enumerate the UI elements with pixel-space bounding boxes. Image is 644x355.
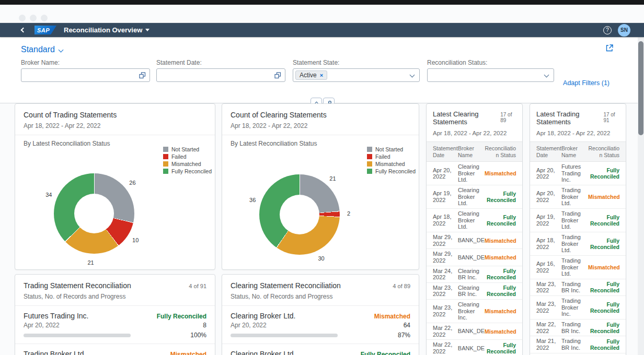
chart-dimension-label: By Latest Reconciliation Status [231, 140, 317, 147]
filter-token-active[interactable]: Active × [295, 70, 327, 80]
card-trading-statement-reconciliation: Trading Statement Reconciliation 4 of 91… [15, 274, 215, 355]
cell-broker-name: BANK_DE [456, 328, 485, 335]
table-row[interactable]: Apr 19, 2022 Clearing Broker Ltd. Fully … [427, 185, 522, 209]
table-row[interactable]: Mar 21, 2022 Trading BR Inc. Fully Recon… [530, 336, 626, 353]
cell-statement-date: Mar 23, 2022 [433, 285, 456, 298]
table-row[interactable]: Mar 23, 2022 Clearing BR Inc. Fully Reco… [427, 283, 522, 300]
table-row[interactable]: Apr 20, 2022 Trading Broker Ltd. Mismatc… [530, 185, 626, 209]
filter-label: Statement Date: [156, 59, 285, 66]
legend-item: Fully Reconciled [163, 168, 212, 175]
card-header[interactable]: Count of Clearing Statements Apr 18, 202… [222, 104, 419, 135]
list-body: Futures Trading Inc. Fully Reconciled Ap… [15, 306, 215, 355]
cell-statement-date: Apr 18, 2022 [433, 214, 456, 227]
table-row[interactable]: Apr 19, 2022 Trading Broker Ltd. Fully R… [530, 209, 626, 232]
chart-legend: Not StartedFailedMismatchedFully Reconci… [367, 146, 416, 175]
card-latest-clearing-statements: Latest Clearing Statements 17 of 89 Apr … [426, 103, 523, 355]
window-minimize-button[interactable] [30, 15, 37, 21]
column-header-date: Statement Date [433, 145, 456, 158]
table-row[interactable]: Apr 20, 2022 Clearing Broker Ltd. Mismat… [427, 162, 522, 185]
help-icon[interactable]: ? [603, 26, 612, 34]
records-count: 8 [203, 322, 206, 329]
avatar[interactable]: SN [618, 24, 630, 37]
cell-broker-name: BANK_DE [456, 254, 485, 261]
list-item[interactable]: Clearing Broker Ltd. Mismatched Apr 20, … [222, 306, 419, 344]
card-title: Count of Trading Statements [24, 111, 117, 119]
card-title: Latest Clearing Statements [433, 110, 500, 126]
table-row[interactable]: Mar 23, 2022 Trading Broker Inc. Fully R… [530, 296, 626, 320]
table-row[interactable]: Mar 29, 2022 BANK_DE Mismatched [427, 249, 522, 266]
statement-state-combobox[interactable]: Active × [293, 68, 420, 82]
window-close-button[interactable] [19, 15, 26, 21]
card-subtitle: Apr 18, 2022 - Apr 22, 2022 [433, 130, 516, 136]
card-header[interactable]: Latest Clearing Statements 17 of 89 Apr … [427, 104, 522, 141]
adapt-filters-link[interactable]: Adapt Filters (1) [563, 79, 617, 87]
cell-broker-name: Clearing BR Inc. [456, 268, 485, 281]
donut-chart[interactable]: 26102134 [54, 173, 134, 254]
card-header[interactable]: Count of Trading Statements Apr 18, 2022… [15, 104, 215, 135]
card-header[interactable]: Latest Trading Statements 17 of 91 Apr 1… [530, 104, 626, 141]
variant-selector[interactable]: Standard [21, 45, 63, 54]
list-item[interactable]: Futures Trading Inc. Fully Reconciled Ap… [15, 306, 215, 344]
column-header-status: Reconciliation Status [485, 145, 516, 158]
table-row[interactable]: Mar 22, 2022 Trading BR Inc. Fully Recon… [530, 320, 626, 336]
table-row[interactable]: Apr 20, 2022 Futures Trading Inc. Fully … [530, 162, 626, 185]
card-subtitle: Apr 18, 2022 - Apr 22, 2022 [536, 130, 619, 136]
vertical-scrollbar[interactable] [638, 37, 644, 355]
table-row[interactable]: Mar 22, 2022 BANK_DE Mismatched [427, 323, 522, 340]
table-row[interactable]: Apr 16, 2022 Trading Broker Ltd. Mismatc… [530, 256, 626, 279]
sap-logo[interactable]: SAP [34, 26, 56, 34]
token-label: Active [300, 72, 317, 79]
app-title-menu[interactable]: Reconciliation Overview [64, 26, 150, 34]
table-row[interactable]: Mar 23, 2022 Clearing Broker Inc. Mismat… [427, 300, 522, 323]
chevron-down-icon[interactable] [410, 73, 415, 78]
card-latest-trading-statements: Latest Trading Statements 17 of 91 Apr 1… [530, 103, 626, 355]
window-maximize-button[interactable] [41, 15, 48, 21]
table-row[interactable]: Mar 24, 2022 Clearing BR Inc. Fully Reco… [427, 266, 522, 283]
cell-broker-name: Trading BR Inc. [560, 321, 588, 334]
reconciliation-status-combobox[interactable] [427, 68, 554, 82]
donut-value-label: 10 [132, 237, 139, 243]
donut-value-label: 21 [87, 259, 94, 266]
filter-broker-name: Broker Name: [21, 60, 150, 97]
table-row[interactable]: Mar 23, 2022 Trading BR Inc. Fully Recon… [530, 279, 626, 296]
chevron-down-icon[interactable] [544, 73, 549, 78]
donut-chart[interactable]: 2123036 [259, 174, 340, 255]
back-button[interactable] [19, 26, 27, 34]
donut-value-label: 34 [45, 192, 52, 198]
share-button[interactable] [605, 43, 614, 53]
cell-broker-name: Futures Trading Inc. [560, 163, 588, 183]
cell-statement-date: Apr 20, 2022 [536, 190, 560, 203]
cell-broker-name: BANK_DE [456, 345, 485, 352]
chart-dimension-label: By Latest Reconciliation Status [24, 140, 110, 147]
card-header[interactable]: Trading Statement Reconciliation 4 of 91… [15, 275, 215, 306]
value-help-icon[interactable] [274, 72, 281, 79]
chevron-down-icon [58, 47, 63, 52]
card-subtitle: Status, No. of Records and Progress [24, 293, 206, 300]
cell-statement-date: Mar 23, 2022 [536, 281, 560, 294]
statement-date-input[interactable] [156, 68, 285, 82]
table-row[interactable]: Apr 18, 2022 Clearing Broker Ltd. Fully … [427, 209, 522, 232]
card-header[interactable]: Clearing Statement Reconciliation 4 of 8… [222, 275, 419, 306]
card-title: Clearing Statement Reconciliation [231, 281, 341, 290]
cell-statement-date: Mar 22, 2022 [536, 321, 560, 334]
progress-percent: 100% [190, 332, 206, 339]
value-help-icon[interactable] [139, 72, 146, 79]
cell-reconciliation-status: Fully Reconciled [485, 214, 516, 227]
table-row[interactable]: Feb 9, 2022 DEUBA_01 Fully Reconciled [530, 353, 626, 355]
table-row[interactable]: Apr 18, 2022 Trading Broker Ltd. Fully R… [530, 232, 626, 256]
progress-bar [24, 334, 131, 337]
cell-reconciliation-status: Mismatched [588, 194, 619, 200]
list-item[interactable]: Trading Broker Ltd. Mismatched Apr 20, 2… [15, 344, 215, 355]
token-remove-icon[interactable]: × [320, 72, 323, 78]
list-item[interactable]: Clearing Broker Ltd. Fully Reconciled Ap… [222, 344, 419, 355]
broker-name-input[interactable] [21, 68, 150, 82]
statement-date: Apr 20, 2022 [231, 322, 267, 329]
card-subtitle: Status, No. of Records and Progress [231, 293, 410, 300]
table-row[interactable]: Mar 29, 2022 BANK_DE Mismatched [427, 232, 522, 249]
scrollbar-thumb[interactable] [638, 41, 643, 135]
table-row[interactable]: Mar 22, 2022 BANK_DE Fully Reconciled [427, 340, 522, 355]
cell-reconciliation-status: Fully Reconciled [588, 238, 619, 250]
broker-name: Trading Broker Ltd. [24, 350, 86, 355]
table-column-headers: Statement Date Broker Name Reconciliatio… [530, 141, 626, 162]
progress-percent: 87% [398, 332, 410, 339]
